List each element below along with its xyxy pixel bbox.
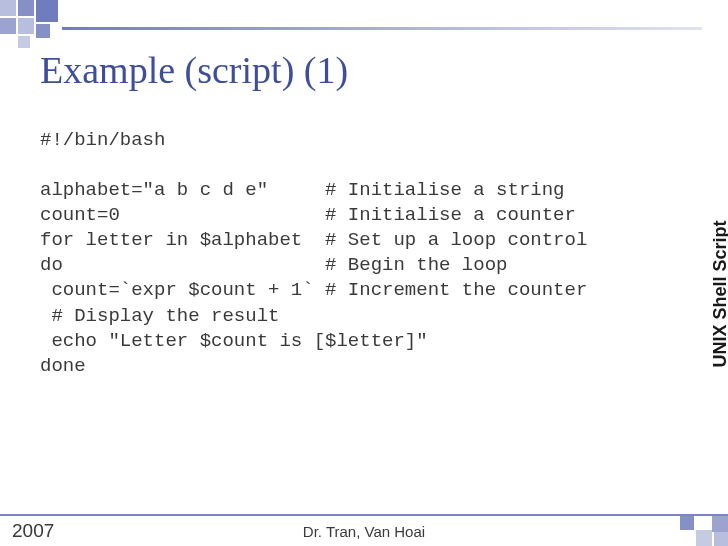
- deco-square: [18, 18, 34, 34]
- footer-year: 2007: [12, 520, 54, 542]
- deco-square: [680, 516, 694, 530]
- deco-square: [712, 516, 728, 532]
- deco-square: [714, 532, 728, 546]
- footer: 2007 Dr. Tran, Van Hoai: [0, 514, 728, 546]
- header-divider: [62, 27, 702, 30]
- deco-square: [696, 530, 712, 546]
- slide-title: Example (script) (1): [40, 48, 348, 92]
- deco-square: [18, 0, 34, 16]
- side-label: UNIX Shell Script: [710, 221, 729, 368]
- deco-square: [36, 24, 50, 38]
- code-example: #!/bin/bash alphabet="a b c d e" # Initi…: [40, 128, 587, 379]
- deco-square: [0, 0, 16, 16]
- deco-square: [36, 0, 58, 22]
- deco-square: [18, 36, 30, 48]
- deco-square: [0, 18, 16, 34]
- footer-author: Dr. Tran, Van Hoai: [303, 523, 425, 540]
